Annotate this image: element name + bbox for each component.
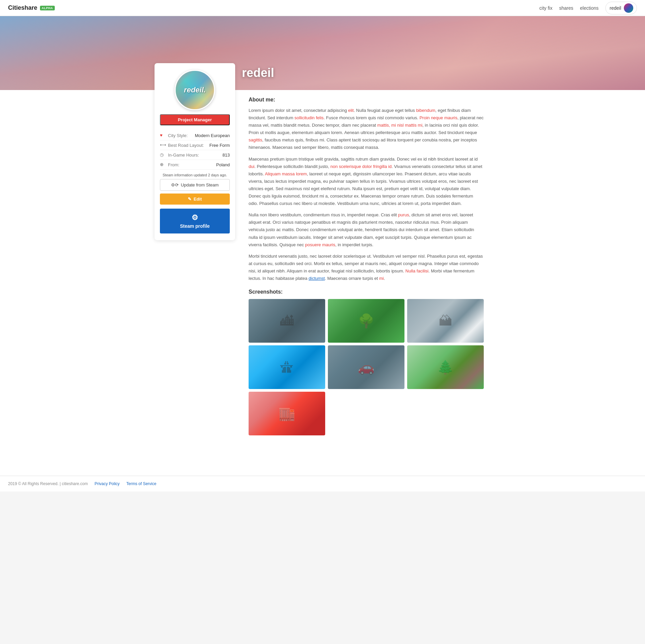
steam-info-text: Steam information updated 2 days ago.	[160, 170, 230, 179]
from-value: Poland	[216, 162, 230, 167]
about-title: About me:	[249, 97, 484, 103]
avatar-text: redeil.	[184, 86, 206, 94]
privacy-policy-link[interactable]: Privacy Policy	[94, 481, 120, 486]
globe-icon	[160, 162, 165, 167]
update-from-steam-button[interactable]: ⟳ Update from Steam	[160, 179, 230, 191]
stat-ingame-hours: In-Game Hours: 813	[160, 150, 230, 160]
road-label: Best Road Layout:	[168, 143, 207, 148]
road-value: Free Form	[209, 143, 230, 148]
screenshot-7[interactable]	[249, 392, 325, 435]
about-paragraph-1: Lorem ipsum dolor sit amet, consectetur …	[249, 107, 484, 152]
profile-hero-username: redeil	[242, 66, 274, 80]
screenshot-3[interactable]	[407, 299, 484, 343]
screenshot-5[interactable]	[328, 345, 404, 389]
nav-elections[interactable]: elections	[580, 5, 598, 11]
hero-wrapper: redeil	[0, 16, 645, 90]
heart-icon	[160, 133, 165, 138]
clock-icon	[160, 152, 165, 158]
edit-button[interactable]: Edit	[160, 194, 230, 205]
nav-shares[interactable]: shares	[559, 5, 573, 11]
steam-profile-button[interactable]: ⚙ Steam profile	[160, 209, 230, 233]
steam-logo-icon: ⚙	[191, 213, 198, 222]
hero-banner	[0, 16, 645, 90]
hours-value: 813	[222, 153, 230, 158]
city-style-value: Modern European	[195, 133, 230, 138]
alpha-badge: ALPHA	[40, 6, 55, 10]
below-hero: redeil. Project Manager City Style: Mode…	[0, 90, 645, 449]
screenshot-6[interactable]	[407, 345, 484, 389]
about-paragraph-2: Maecenas pretium ipsum tristique velit g…	[249, 156, 484, 208]
screenshots-title: Screenshots:	[249, 289, 484, 295]
footer-copyright: 2019 © All Rights Reserved. | citieshare…	[8, 481, 88, 486]
logo[interactable]: Citieshare	[8, 4, 37, 11]
footer: 2019 © All Rights Reserved. | citieshare…	[0, 476, 645, 491]
about-paragraph-4: Morbi tincidunt venenatis justo, nec lao…	[249, 253, 484, 282]
avatar: redeil.	[175, 70, 215, 110]
screenshot-4[interactable]	[249, 345, 325, 389]
nav-user-button[interactable]: redeil	[605, 2, 637, 14]
navbar: Citieshare ALPHA city fix shares electio…	[0, 0, 645, 16]
hours-label: In-Game Hours:	[168, 153, 220, 158]
city-style-label: City Style:	[168, 133, 192, 138]
main-content: About me: Lorem ipsum dolor sit amet, co…	[249, 90, 484, 449]
navbar-right: city fix shares elections redeil	[540, 2, 637, 14]
avatar-container: redeil.	[160, 70, 230, 110]
stat-city-style: City Style: Modern European	[160, 131, 230, 140]
about-paragraph-3: Nulla non libero vestibulum, condimentum…	[249, 211, 484, 248]
stat-road-layout: Best Road Layout: Free Form	[160, 140, 230, 150]
stat-from: From: Poland	[160, 160, 230, 170]
screenshot-1[interactable]	[249, 299, 325, 343]
screenshots-grid	[249, 299, 484, 435]
nav-avatar	[624, 3, 633, 13]
role-badge-button[interactable]: Project Manager	[160, 114, 230, 125]
screenshot-2[interactable]	[328, 299, 404, 343]
nav-username: redeil	[610, 5, 621, 11]
sidebar-card: redeil. Project Manager City Style: Mode…	[155, 63, 235, 240]
nav-city-fix[interactable]: city fix	[540, 5, 553, 11]
edit-icon	[188, 197, 191, 202]
steam-sync-icon: ⟳	[171, 182, 179, 187]
terms-of-service-link[interactable]: Terms of Service	[126, 481, 156, 486]
navbar-left: Citieshare ALPHA	[8, 4, 55, 11]
road-icon	[160, 142, 165, 148]
page-container: redeil. Project Manager City Style: Mode…	[155, 90, 490, 449]
from-label: From:	[168, 162, 214, 167]
